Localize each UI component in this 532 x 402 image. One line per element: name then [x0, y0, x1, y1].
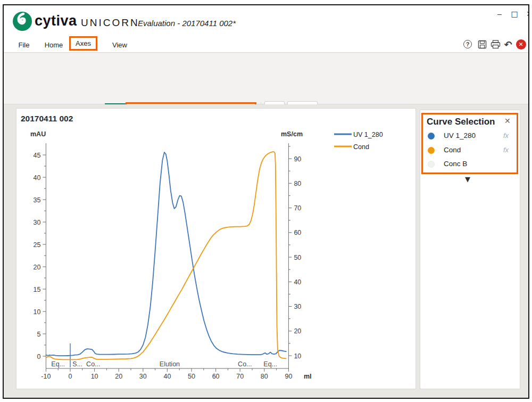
- curve-row-concb[interactable]: Conc B: [420, 158, 520, 171]
- tab-axes[interactable]: Axes: [69, 36, 97, 51]
- svg-text:40: 40: [163, 373, 171, 380]
- content-area: 20170411 002mAUmS/cm-1001020304050607080…: [4, 104, 528, 398]
- curve-color-dot-concb[interactable]: [428, 161, 435, 168]
- svg-text:35: 35: [33, 196, 40, 204]
- svg-text:30: 30: [33, 219, 40, 226]
- svg-text:Cond: Cond: [353, 143, 369, 151]
- svg-text:90: 90: [294, 155, 301, 163]
- print-icon[interactable]: [490, 39, 501, 50]
- svg-text:10: 10: [33, 308, 40, 316]
- chromatogram-chart[interactable]: 20170411 002mAUmS/cm-1001020304050607080…: [16, 109, 415, 389]
- svg-text:40: 40: [33, 174, 40, 182]
- maximize-button[interactable]: □: [508, 7, 521, 20]
- close-button[interactable]: ✕: [523, 7, 529, 20]
- tab-home[interactable]: Home: [42, 40, 65, 51]
- tab-view[interactable]: View: [109, 40, 130, 51]
- fx-icon[interactable]: fx: [503, 132, 509, 140]
- svg-text:70: 70: [294, 204, 301, 212]
- close-evaluation-icon[interactable]: ✕: [516, 39, 526, 50]
- svg-text:Eq...: Eq...: [263, 360, 277, 368]
- tab-axes-label: Axes: [76, 39, 91, 47]
- curve-row-uv[interactable]: UV 1_280 fx: [420, 130, 520, 143]
- svg-text:Co...: Co...: [86, 360, 100, 368]
- svg-text:20: 20: [294, 327, 301, 335]
- svg-text:50: 50: [188, 373, 195, 380]
- svg-text:20: 20: [33, 264, 40, 271]
- curve-label-uv: UV 1_280: [444, 132, 476, 140]
- svg-text:UV 1_280: UV 1_280: [353, 131, 383, 138]
- svg-text:80: 80: [261, 373, 268, 380]
- help-icon[interactable]: ?: [462, 39, 473, 50]
- curve-label-cond: Cond: [444, 146, 461, 154]
- curve-selection-title: Curve Selection: [427, 117, 495, 127]
- svg-text:0: 0: [37, 353, 40, 360]
- svg-text:30: 30: [139, 373, 147, 380]
- svg-text:60: 60: [294, 229, 301, 236]
- curve-selection-panel: Curve Selection ✕ UV 1_280 fx Cond fx Co…: [420, 110, 520, 389]
- tab-file[interactable]: File: [13, 40, 35, 51]
- svg-text:-10: -10: [41, 373, 51, 380]
- app-name: UNICORN: [81, 17, 139, 29]
- svg-text:20: 20: [115, 373, 122, 380]
- svg-text:60: 60: [212, 373, 220, 380]
- svg-text:25: 25: [33, 241, 40, 249]
- title-bar: cytiva UNICORN Evaluation - 20170411 002…: [4, 5, 528, 37]
- svg-text:10: 10: [294, 352, 301, 360]
- svg-text:mS/cm: mS/cm: [281, 130, 303, 138]
- svg-text:Co...: Co...: [238, 360, 252, 368]
- ribbon: Left Unit mAU Min -1.9 mAU Max 47.4 mAU …: [4, 53, 528, 104]
- svg-text:90: 90: [285, 373, 292, 380]
- chromatogram-panel: 20170411 002mAUmS/cm-1001020304050607080…: [16, 108, 416, 389]
- application-window: cytiva UNICORN Evaluation - 20170411 002…: [3, 4, 529, 399]
- svg-text:0: 0: [69, 373, 72, 380]
- svg-text:S...: S...: [72, 360, 82, 368]
- curve-row-cond[interactable]: Cond fx: [420, 144, 520, 157]
- curve-label-concb: Conc B: [444, 160, 467, 168]
- svg-text:5: 5: [37, 331, 40, 338]
- svg-text:40: 40: [294, 278, 301, 286]
- curve-color-dot-cond[interactable]: [428, 147, 435, 154]
- svg-text:20170411 002: 20170411 002: [21, 114, 73, 123]
- brand-name: cytiva: [35, 13, 77, 29]
- save-icon[interactable]: [477, 39, 487, 50]
- svg-text:45: 45: [33, 152, 40, 159]
- svg-text:30: 30: [294, 303, 301, 310]
- svg-text:50: 50: [294, 254, 301, 261]
- expander-down-icon[interactable]: ▼: [465, 175, 470, 183]
- menu-bar: File Home Axes View ? ↶ ✕: [4, 37, 528, 53]
- svg-text:70: 70: [236, 373, 244, 380]
- minimize-button[interactable]: –: [493, 7, 506, 20]
- document-title: Evaluation - 20170411 002*: [138, 19, 236, 28]
- undo-icon[interactable]: ↶: [503, 39, 513, 50]
- svg-text:mAU: mAU: [30, 130, 46, 138]
- svg-text:80: 80: [294, 180, 301, 187]
- curve-selection-close-icon[interactable]: ✕: [504, 117, 511, 125]
- svg-text:ml: ml: [304, 373, 312, 380]
- svg-text:Eq...: Eq...: [51, 360, 65, 368]
- svg-text:Elution: Elution: [160, 360, 180, 368]
- cytiva-logo-icon: [12, 11, 32, 31]
- svg-text:15: 15: [33, 286, 40, 293]
- fx-icon[interactable]: fx: [503, 146, 509, 154]
- curve-color-dot-uv[interactable]: [428, 133, 435, 140]
- svg-text:10: 10: [91, 373, 98, 380]
